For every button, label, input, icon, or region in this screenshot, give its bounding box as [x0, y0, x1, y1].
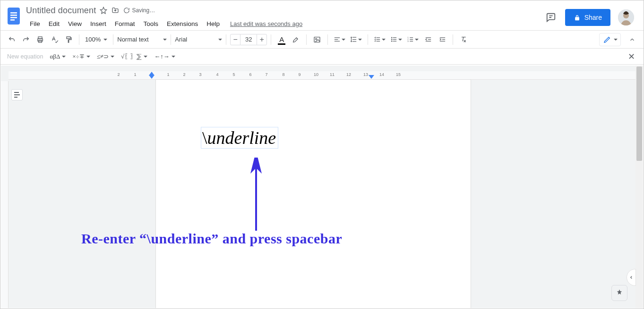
zoom-select[interactable]: 100% [83, 36, 109, 43]
spellcheck-button[interactable] [48, 33, 61, 46]
svg-rect-1 [10, 12, 17, 14]
undo-button[interactable] [5, 33, 18, 46]
explore-button[interactable] [611, 285, 627, 301]
menu-file[interactable]: File [26, 18, 44, 29]
paint-format-button[interactable] [62, 33, 75, 46]
svg-rect-15 [393, 37, 397, 38]
svg-text:3: 3 [408, 40, 409, 42]
share-label: Share [584, 14, 602, 21]
equation-operators-button[interactable]: ×÷∓ [72, 53, 90, 60]
print-button[interactable] [34, 33, 47, 46]
decrease-indent-button[interactable] [421, 33, 435, 46]
equation-greek-button[interactable]: αβΔ [50, 53, 66, 60]
insert-image-button[interactable] [310, 33, 324, 46]
menu-bar: File Edit View Insert Format Tools Exten… [26, 18, 544, 29]
main-toolbar: 100% Normal text Arial − + A 123 [0, 31, 644, 49]
horizontal-ruler[interactable]: 21123456789101112131415 [9, 71, 635, 80]
svg-point-11 [316, 38, 317, 40]
saving-label: Saving… [132, 7, 155, 14]
menu-tools[interactable]: Tools [140, 18, 163, 29]
redo-button[interactable] [19, 33, 33, 46]
editor-canvas[interactable]: 21123456789101112131415 \underline Re-en… [1, 66, 635, 308]
line-spacing-button[interactable] [348, 33, 364, 46]
font-size-group: − + [230, 34, 267, 45]
font-family-select[interactable]: Arial [175, 36, 222, 43]
lock-icon [574, 14, 581, 21]
checklist-button[interactable] [372, 33, 387, 46]
collapse-toolbar-button[interactable] [626, 33, 639, 46]
svg-point-13 [391, 39, 393, 40]
menu-format[interactable]: Format [111, 18, 139, 29]
move-to-drive-icon[interactable] [111, 7, 120, 14]
pencil-icon [603, 36, 611, 43]
text-color-button[interactable]: A [275, 33, 288, 46]
increase-indent-button[interactable] [436, 33, 449, 46]
equation-arrows-button[interactable]: ←↑→ [154, 53, 175, 60]
svg-rect-0 [8, 8, 20, 25]
last-edit-link[interactable]: Last edit was seconds ago [230, 20, 302, 27]
document-name[interactable]: Untitled document [26, 6, 96, 16]
font-size-input[interactable] [240, 34, 257, 45]
numbered-list-button[interactable]: 123 [405, 33, 421, 46]
svg-rect-10 [314, 37, 320, 42]
menu-insert[interactable]: Insert [86, 18, 110, 29]
align-button[interactable] [332, 33, 347, 46]
menu-edit[interactable]: Edit [45, 18, 63, 29]
new-equation-button[interactable]: New equation [7, 53, 43, 60]
highlight-color-button[interactable] [289, 33, 302, 46]
vertical-ruler[interactable] [1, 81, 9, 308]
share-button[interactable]: Share [565, 9, 610, 26]
bulleted-list-button[interactable] [388, 33, 404, 46]
decrease-font-size-button[interactable]: − [230, 34, 240, 45]
svg-rect-2 [10, 15, 17, 16]
svg-point-12 [391, 37, 393, 39]
title-bar: Untitled document Saving… File Edit View… [0, 0, 644, 31]
title-center: Untitled document Saving… File Edit View… [23, 4, 544, 29]
equation-box[interactable]: \underline [201, 127, 278, 149]
close-equation-toolbar-button[interactable]: ✕ [626, 50, 637, 64]
equation-relations-button[interactable]: ≤≠⊃ [97, 53, 114, 60]
account-avatar[interactable] [618, 9, 634, 25]
menu-extensions[interactable]: Extensions [163, 18, 202, 29]
menu-view[interactable]: View [64, 18, 86, 29]
editing-mode-button[interactable] [599, 33, 621, 46]
svg-rect-16 [393, 39, 397, 40]
docs-logo[interactable] [4, 4, 23, 28]
equation-toolbar: New equation αβΔ ×÷∓ ≤≠⊃ √〖〗⅀ ←↑→ ✕ [0, 49, 644, 65]
svg-rect-17 [393, 41, 397, 42]
star-icon[interactable] [100, 7, 107, 14]
saving-status: Saving… [123, 7, 155, 14]
svg-rect-4 [10, 19, 15, 21]
increase-font-size-button[interactable]: + [257, 34, 267, 45]
document-outline-button[interactable] [11, 89, 23, 100]
comments-icon[interactable] [544, 11, 558, 24]
equation-math-button[interactable]: √〖〗⅀ [121, 52, 147, 61]
svg-point-14 [391, 41, 393, 42]
paragraph-style-select[interactable]: Normal text [117, 36, 167, 43]
menu-help[interactable]: Help [203, 18, 223, 29]
document-page[interactable]: \underline [156, 80, 471, 308]
vertical-scrollbar[interactable] [635, 66, 643, 308]
clear-formatting-button[interactable] [457, 33, 470, 46]
svg-rect-3 [10, 17, 17, 18]
